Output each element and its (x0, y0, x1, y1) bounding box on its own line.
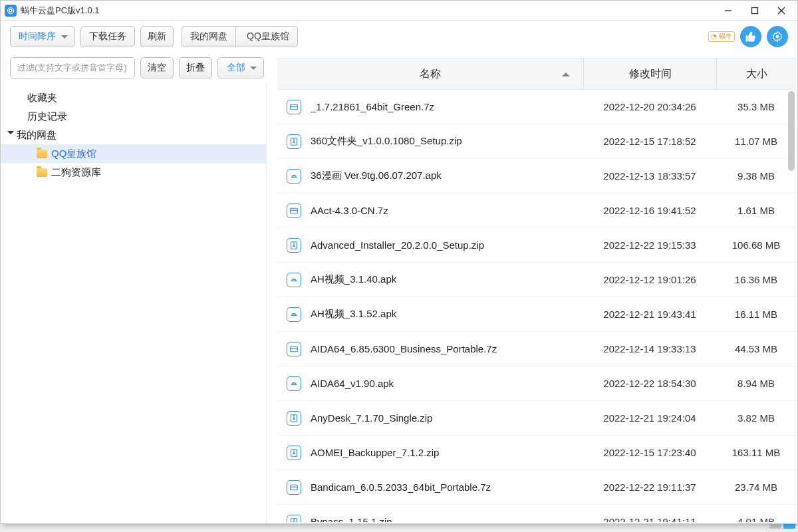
svg-point-1 (9, 9, 12, 12)
file-name: AOMEI_Backupper_7.1.2.zip (311, 447, 583, 458)
column-date[interactable]: 修改时间 (583, 59, 716, 89)
table-row[interactable]: AH视频_3.1.40.apk2022-12-12 19:01:2616.36 … (277, 263, 796, 297)
file-name: AH视频_3.1.52.apk (311, 308, 583, 321)
table-row[interactable]: 360文件夹_v1.0.0.1080_Setup.zip2022-12-15 1… (277, 124, 796, 159)
file-name: Bandicam_6.0.5.2033_64bit_Portable.7z (311, 481, 583, 493)
file-date: 2022-12-22 19:11:37 (583, 481, 716, 493)
sidebar-folder-item[interactable]: 二狗资源库 (1, 163, 266, 182)
file-size: 163.11 MB (716, 447, 796, 458)
file-size: 4.01 MB (716, 516, 796, 522)
file-date: 2022-12-22 19:15:33 (583, 239, 716, 251)
svg-rect-33 (291, 485, 298, 490)
svg-rect-23 (291, 346, 298, 352)
file-size: 106.68 MB (716, 239, 796, 251)
window-title: 蜗牛云盘PC版v1.0.1 (21, 5, 99, 17)
svg-point-19 (293, 279, 293, 279)
table-row[interactable]: AIDA64_v1.90.apk2022-12-22 18:54:308.94 … (277, 366, 796, 401)
table-row[interactable]: AIDA64_6.85.6300_Business_Portable.7z202… (277, 332, 796, 366)
file-size: 23.74 MB (716, 481, 796, 493)
file-name: _1.7.21861_64bit_Green.7z (311, 101, 583, 112)
svg-point-18 (293, 245, 295, 246)
maximize-button[interactable] (741, 1, 768, 21)
table-row[interactable]: AOMEI_Backupper_7.1.2.zip2022-12-15 17:2… (277, 436, 796, 470)
file-type-icon (287, 480, 301, 495)
file-list: _1.7.21861_64bit_Green.7z2022-12-20 20:3… (277, 90, 796, 522)
file-type-icon (287, 342, 301, 356)
table-row[interactable]: _1.7.21861_64bit_Green.7z2022-12-20 20:3… (277, 90, 796, 124)
sidebar-folder-item[interactable]: QQ皇族馆 (1, 144, 266, 163)
table-row[interactable]: Advanced_Installer_20.2.0.0_Setup.zip202… (277, 228, 796, 263)
close-button[interactable] (768, 1, 795, 21)
file-date: 2022-12-14 19:33:13 (583, 343, 716, 354)
table-row[interactable]: Bandicam_6.0.5.2033_64bit_Portable.7z202… (277, 470, 796, 505)
scrollbar-thumb[interactable] (788, 91, 795, 171)
table-row[interactable]: AAct-4.3.0-CN.7z2022-12-16 19:41:521.61 … (277, 194, 796, 228)
thumbs-up-button[interactable] (740, 26, 761, 47)
file-size: 8.94 MB (716, 378, 796, 389)
file-size: 1.61 MB (716, 205, 796, 216)
sidebar-mydisk[interactable]: 我的网盘 (1, 126, 266, 144)
svg-point-37 (293, 521, 295, 522)
file-name: AIDA64_6.85.6300_Business_Portable.7z (311, 343, 583, 354)
sort-dropdown[interactable]: 时间降序 (10, 26, 75, 47)
file-date: 2022-12-16 19:41:52 (583, 205, 716, 216)
file-name: 36漫画 Ver.9tg.06.07.207.apk (311, 170, 583, 182)
svg-point-11 (293, 141, 295, 142)
file-name: 360文件夹_v1.0.0.1080_Setup.zip (311, 135, 583, 148)
table-row[interactable]: Bypass_1.15.1.zip2022-12-21 19:41:114.01… (277, 505, 796, 522)
folder-icon (37, 150, 47, 158)
minimize-button[interactable] (715, 1, 741, 21)
svg-point-29 (293, 418, 295, 419)
svg-point-21 (293, 313, 293, 314)
toolbar: 时间降序 下载任务 刷新 我的网盘 QQ皇族馆 ◔ 蜗牛 (1, 21, 797, 53)
table-row[interactable]: AnyDesk_7.1.70_Single.zip2022-12-21 19:2… (277, 401, 796, 436)
file-date: 2022-12-13 18:33:57 (583, 170, 716, 182)
svg-point-32 (293, 452, 295, 454)
svg-point-13 (295, 175, 295, 176)
file-size: 44.53 MB (716, 343, 796, 354)
file-date: 2022-12-15 17:23:40 (583, 447, 716, 458)
sort-asc-icon (562, 68, 570, 76)
svg-rect-7 (291, 104, 298, 110)
svg-point-20 (295, 279, 295, 279)
filter-input[interactable]: 过滤(支持文字或拼音首字母) (10, 57, 135, 78)
breadcrumb-item[interactable]: QQ皇族馆 (235, 26, 298, 47)
svg-rect-14 (291, 208, 298, 213)
file-date: 2022-12-21 19:41:11 (583, 516, 716, 522)
settings-button[interactable] (767, 26, 788, 47)
column-size[interactable]: 大小 (716, 59, 796, 89)
breadcrumb-item[interactable]: 我的网盘 (182, 26, 236, 47)
collapse-button[interactable]: 折叠 (179, 57, 212, 78)
clear-button[interactable]: 清空 (140, 57, 174, 78)
file-date: 2022-12-20 20:34:26 (583, 101, 716, 112)
file-type-icon (287, 446, 301, 460)
file-name: AnyDesk_7.1.70_Single.zip (311, 412, 583, 424)
sidebar: 收藏夹 历史记录 我的网盘 QQ皇族馆 二狗资源库 (1, 83, 267, 523)
file-name: AIDA64_v1.90.apk (311, 378, 583, 389)
file-name: Advanced_Installer_20.2.0.0_Setup.zip (311, 239, 583, 251)
column-name[interactable]: 名称 (277, 67, 583, 81)
sidebar-favorites[interactable]: 收藏夹 (1, 88, 266, 107)
svg-point-0 (8, 7, 14, 13)
table-row[interactable]: 36漫画 Ver.9tg.06.07.207.apk2022-12-13 18:… (277, 159, 796, 194)
file-size: 11.07 MB (716, 136, 796, 147)
refresh-button[interactable]: 刷新 (140, 26, 174, 47)
file-type-icon (287, 411, 301, 426)
sidebar-history[interactable]: 历史记录 (1, 107, 266, 126)
file-name: Bypass_1.15.1.zip (311, 516, 583, 522)
file-size: 16.36 MB (716, 274, 796, 285)
file-type-icon (287, 238, 301, 253)
file-date: 2022-12-15 17:18:52 (583, 136, 716, 147)
file-type-icon (287, 515, 301, 523)
folder-icon (37, 168, 47, 177)
file-date: 2022-12-22 18:54:30 (583, 378, 716, 389)
download-tasks-button[interactable]: 下载任务 (80, 26, 135, 47)
taskbar-fragment (0, 524, 798, 531)
type-filter-dropdown[interactable]: 全部 (217, 57, 264, 78)
file-date: 2022-12-21 19:43:41 (583, 309, 716, 320)
svg-point-26 (295, 382, 295, 383)
table-row[interactable]: AH视频_3.1.52.apk2022-12-21 19:43:4116.11 … (277, 297, 796, 332)
app-window: 蜗牛云盘PC版v1.0.1 时间降序 下载任务 刷新 我的网盘 QQ皇族馆 ◔ … (0, 0, 798, 524)
brand-badge-icon: ◔ 蜗牛 (708, 31, 735, 42)
file-name: AH视频_3.1.40.apk (311, 273, 583, 286)
